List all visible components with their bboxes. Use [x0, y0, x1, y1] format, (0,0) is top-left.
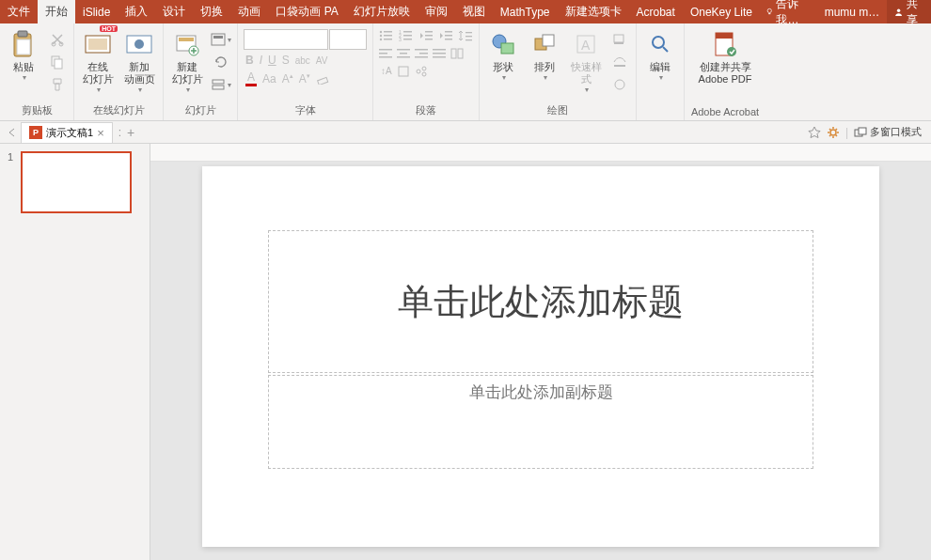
new-slide-button[interactable]: 新建 幻灯片 ▾ — [167, 27, 207, 96]
numbering-icon[interactable]: 123 — [399, 29, 414, 42]
svg-rect-22 — [384, 31, 392, 33]
svg-text:3: 3 — [399, 37, 402, 42]
menu-transitions[interactable]: 切换 — [193, 0, 230, 23]
online-slides-button[interactable]: HOT 在线 幻灯片 ▾ — [78, 27, 118, 96]
svg-rect-8 — [55, 59, 62, 69]
menu-acrobat[interactable]: Acrobat — [629, 0, 683, 23]
cut-button[interactable] — [47, 29, 68, 50]
nav-left-icon[interactable] — [8, 128, 17, 137]
columns-icon[interactable] — [450, 48, 464, 59]
shape-outline-button[interactable] — [609, 52, 630, 72]
svg-rect-69 — [614, 65, 625, 67]
gear-icon[interactable] — [827, 126, 840, 139]
align-text-icon[interactable] — [397, 65, 410, 78]
title-placeholder[interactable]: 单击此处添加标题 — [268, 230, 813, 373]
font-size-combo[interactable] — [329, 29, 367, 50]
menu-animations[interactable]: 动画 — [230, 0, 268, 23]
svg-rect-45 — [397, 49, 410, 51]
document-name: 演示文稿1 — [46, 126, 93, 140]
change-case-button[interactable]: Aa — [262, 72, 276, 86]
decrease-font-button[interactable]: A▾ — [299, 72, 310, 86]
svg-point-25 — [380, 39, 382, 40]
section-button[interactable]: ▾ — [211, 74, 231, 95]
document-tab[interactable]: P 演示文稿1 × — [21, 122, 113, 143]
multi-window-mode[interactable]: 多窗口模式 — [854, 125, 922, 139]
slide-canvas[interactable]: 单击此处添加标题 单击此处添加副标题 — [202, 166, 879, 547]
star-icon[interactable] — [808, 126, 821, 139]
font-name-combo[interactable] — [244, 29, 328, 50]
italic-button[interactable]: I — [260, 54, 262, 67]
shape-fill-button[interactable] — [609, 29, 630, 50]
menu-islide[interactable]: iSlide — [75, 0, 118, 23]
align-right-icon[interactable] — [415, 48, 428, 59]
format-painter-button[interactable] — [47, 74, 68, 95]
quick-styles-button[interactable]: A 快速样式 ▾ — [566, 27, 606, 96]
paste-button[interactable]: 粘贴 ▾ — [4, 27, 43, 84]
strike-button[interactable]: S — [282, 54, 290, 67]
underline-button[interactable]: U — [268, 54, 276, 67]
shape-effects-button[interactable] — [609, 74, 630, 95]
search-icon — [650, 34, 671, 54]
menu-design[interactable]: 设计 — [155, 0, 193, 23]
windows-icon — [854, 127, 867, 138]
svg-rect-16 — [212, 34, 225, 45]
thumbnail-panel: 1 — [0, 144, 150, 560]
copy-button[interactable] — [47, 52, 68, 72]
svg-point-23 — [380, 35, 382, 37]
menu-review[interactable]: 审阅 — [418, 0, 455, 23]
share-button[interactable]: 共享 — [887, 0, 931, 23]
ribbon-group-drawing: 形状 ▾ 排列 ▾ A 快速样式 ▾ 绘图 — [480, 23, 637, 120]
create-pdf-button[interactable]: 创建并共享 Adobe PDF — [688, 27, 762, 87]
tab-colon: : — [118, 126, 121, 139]
justify-icon[interactable] — [433, 48, 446, 59]
close-tab-button[interactable]: × — [97, 127, 104, 139]
menu-home[interactable]: 开始 — [38, 0, 75, 23]
svg-rect-52 — [433, 53, 446, 54]
reset-button[interactable] — [211, 52, 231, 72]
spacing-button[interactable]: AV — [316, 55, 328, 66]
align-left-icon[interactable] — [379, 48, 392, 59]
decrease-indent-icon[interactable] — [418, 29, 434, 42]
menu-view[interactable]: 视图 — [455, 0, 493, 23]
arrange-button[interactable]: 排列 ▾ — [525, 27, 564, 84]
svg-point-60 — [422, 72, 426, 76]
svg-rect-64 — [543, 35, 554, 46]
menu-onekey[interactable]: OneKey Lite — [683, 0, 760, 23]
edit-button[interactable]: 编辑 ▾ — [640, 27, 680, 84]
increase-indent-icon[interactable] — [438, 29, 453, 42]
menu-slideshow[interactable]: 幻灯片放映 — [346, 0, 418, 23]
svg-point-0 — [767, 8, 771, 12]
bullets-icon[interactable] — [379, 29, 394, 42]
svg-rect-77 — [859, 128, 866, 134]
menu-mathtype[interactable]: MathType — [493, 0, 558, 23]
line-spacing-icon[interactable] — [458, 29, 473, 42]
svg-point-71 — [653, 37, 664, 48]
menu-insert[interactable]: 插入 — [118, 0, 155, 23]
menu-newtab[interactable]: 新建选项卡 — [558, 0, 629, 23]
svg-point-12 — [134, 39, 144, 49]
font-color-button[interactable]: A — [245, 70, 257, 86]
svg-rect-67 — [614, 35, 623, 42]
slide-editor[interactable]: 单击此处添加标题 单击此处添加副标题 — [150, 144, 931, 560]
subtitle-placeholder[interactable]: 单击此处添加副标题 — [268, 375, 813, 469]
shapes-button[interactable]: 形状 ▾ — [483, 27, 523, 84]
layout-button[interactable]: ▾ — [211, 29, 231, 50]
increase-font-button[interactable]: A▴ — [282, 72, 293, 86]
menu-pocket-anim[interactable]: 口袋动画 PA — [268, 0, 345, 23]
svg-rect-38 — [445, 39, 452, 40]
new-anim-page-button[interactable]: 新加 动画页 ▾ — [119, 27, 159, 96]
svg-point-58 — [417, 70, 420, 73]
text-direction-icon[interactable]: ↕A — [379, 65, 392, 78]
bold-button[interactable]: B — [245, 54, 254, 67]
shadow-button[interactable]: abc — [295, 55, 310, 66]
slide-thumbnail-1[interactable]: 1 — [8, 151, 142, 213]
tell-me-search[interactable]: 告诉我… — [760, 0, 817, 23]
menu-file[interactable]: 文件 — [0, 0, 38, 23]
align-center-icon[interactable] — [397, 48, 410, 59]
user-name[interactable]: mumu m… — [817, 0, 888, 23]
clear-format-button[interactable] — [316, 73, 329, 85]
new-tab-button[interactable]: + — [127, 125, 134, 140]
svg-point-1 — [897, 8, 900, 11]
thumbnail-preview — [21, 151, 132, 213]
smartart-icon[interactable] — [415, 65, 428, 78]
